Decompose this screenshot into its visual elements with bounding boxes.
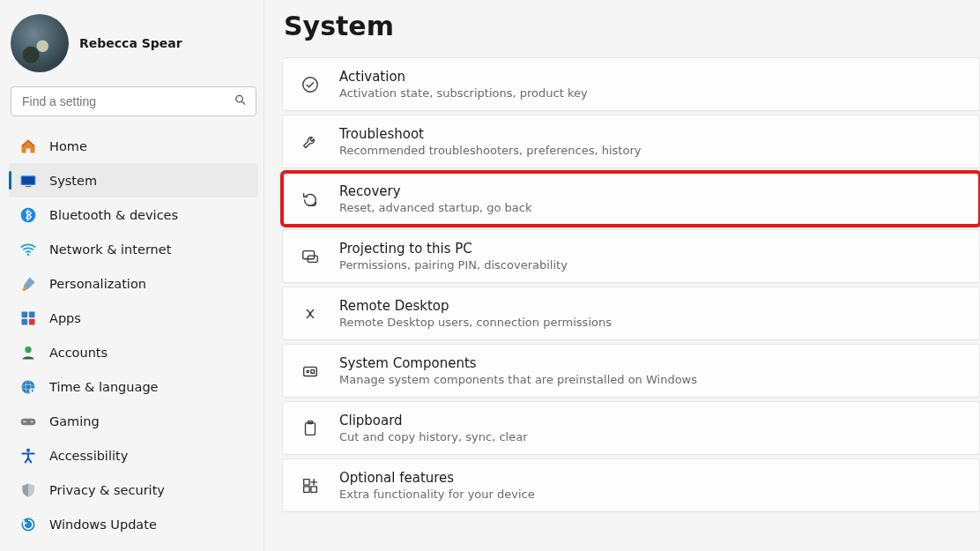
sidebar-item-label: Home [49, 139, 87, 153]
wifi-icon [19, 241, 37, 258]
setting-title: Clipboard [339, 413, 527, 428]
search-icon [234, 93, 247, 110]
setting-recovery[interactable]: Recovery Reset, advanced startup, go bac… [282, 172, 980, 226]
svg-line-1 [242, 101, 245, 104]
setting-system-components[interactable]: System Components Manage system componen… [282, 344, 980, 398]
setting-title: Remote Desktop [339, 298, 612, 314]
sidebar-item-accessibility[interactable]: Accessibility [9, 439, 258, 473]
svg-rect-4 [26, 185, 32, 186]
sidebar-item-label: Gaming [49, 414, 100, 428]
project-icon [299, 245, 322, 268]
setting-projecting-to-this-pc[interactable]: Projecting to this PC Permissions, pairi… [282, 229, 980, 283]
search-input[interactable] [11, 94, 256, 108]
svg-rect-29 [306, 422, 316, 435]
home-icon [19, 138, 37, 155]
sidebar-item-label: Windows Update [49, 517, 157, 532]
sidebar-item-label: System [49, 174, 97, 188]
setting-clipboard[interactable]: Clipboard Cut and copy history, sync, cl… [282, 401, 980, 455]
sidebar-item-label: Personalization [49, 277, 146, 291]
sidebar-item-label: Accounts [49, 346, 108, 360]
setting-subtitle: Recommended troubleshooters, preferences… [339, 144, 641, 157]
features-icon [299, 474, 322, 497]
sidebar: Rebecca Spear Home System Bluetooth & de… [0, 0, 264, 551]
search-box[interactable] [11, 86, 256, 116]
sidebar-item-system[interactable]: System [9, 163, 258, 197]
bluetooth-icon [19, 206, 37, 224]
svg-point-27 [307, 370, 308, 372]
sidebar-item-time-language[interactable]: Time & language [9, 370, 258, 405]
svg-point-23 [303, 77, 318, 92]
sidebar-item-home[interactable]: Home [9, 129, 258, 163]
sidebar-item-label: Accessibility [49, 449, 128, 463]
setting-activation[interactable]: Activation Activation state, subscriptio… [282, 57, 980, 111]
user-block[interactable]: Rebecca Spear [9, 9, 258, 86]
svg-rect-28 [311, 369, 315, 373]
svg-point-18 [30, 421, 32, 423]
remote-icon [299, 302, 322, 325]
svg-rect-24 [303, 250, 315, 258]
sidebar-item-windows-update[interactable]: Windows Update [9, 508, 258, 542]
svg-point-11 [25, 346, 31, 353]
setting-subtitle: Cut and copy history, sync, clear [339, 430, 527, 443]
sidebar-item-bluetooth-devices[interactable]: Bluetooth & devices [9, 197, 258, 232]
components-icon [299, 360, 322, 383]
sidebar-item-label: Time & language [49, 380, 159, 394]
sidebar-item-label: Apps [49, 311, 81, 325]
svg-rect-32 [304, 486, 309, 491]
setting-optional-features[interactable]: Optional features Extra functionality fo… [282, 458, 980, 512]
svg-point-19 [23, 421, 25, 423]
settings-list: Activation Activation state, subscriptio… [282, 57, 980, 512]
person-icon [19, 344, 37, 361]
sidebar-item-network-internet[interactable]: Network & internet [9, 232, 258, 266]
setting-title: Recovery [339, 183, 532, 199]
gamepad-icon [19, 413, 37, 430]
setting-title: System Components [339, 355, 697, 371]
sidebar-item-personalization[interactable]: Personalization [9, 266, 258, 301]
setting-subtitle: Activation state, subscriptions, product… [339, 86, 588, 100]
brush-icon [19, 275, 37, 293]
apps-icon [19, 309, 37, 327]
svg-point-20 [32, 421, 33, 423]
setting-subtitle: Reset, advanced startup, go back [339, 201, 532, 214]
svg-point-0 [236, 95, 243, 102]
setting-title: Activation [339, 69, 588, 85]
svg-point-17 [25, 421, 26, 423]
svg-rect-31 [304, 479, 309, 484]
sidebar-item-apps[interactable]: Apps [9, 301, 258, 335]
sidebar-item-label: Privacy & security [49, 483, 165, 497]
svg-point-6 [27, 253, 30, 256]
globe-icon [19, 378, 37, 396]
svg-rect-10 [29, 319, 35, 325]
setting-title: Projecting to this PC [339, 241, 568, 257]
setting-subtitle: Remote Desktop users, connection permiss… [339, 316, 612, 329]
update-icon [19, 516, 37, 533]
setting-title: Optional features [339, 470, 535, 486]
setting-troubleshoot[interactable]: Troubleshoot Recommended troubleshooters… [282, 115, 980, 168]
svg-rect-8 [29, 311, 35, 317]
svg-point-21 [26, 449, 30, 452]
sidebar-item-label: Network & internet [49, 242, 171, 257]
svg-rect-3 [22, 176, 34, 183]
sidebar-item-gaming[interactable]: Gaming [9, 405, 258, 439]
svg-rect-33 [311, 486, 316, 491]
clipboard-icon [299, 417, 322, 440]
setting-subtitle: Manage system components that are preins… [339, 373, 697, 386]
setting-subtitle: Extra functionality for your device [339, 488, 535, 501]
svg-rect-7 [22, 311, 28, 317]
avatar [11, 14, 69, 72]
check-icon [299, 73, 322, 96]
sidebar-nav: Home System Bluetooth & devices Network … [9, 129, 258, 542]
sidebar-item-label: Bluetooth & devices [49, 208, 178, 222]
setting-title: Troubleshoot [339, 126, 641, 142]
main: System Activation Activation state, subs… [264, 0, 980, 551]
setting-subtitle: Permissions, pairing PIN, discoverabilit… [339, 258, 568, 272]
svg-rect-9 [22, 319, 28, 325]
page-title: System [284, 11, 980, 41]
user-name: Rebecca Spear [79, 36, 182, 50]
sidebar-item-privacy-security[interactable]: Privacy & security [9, 473, 258, 508]
setting-remote-desktop[interactable]: Remote Desktop Remote Desktop users, con… [282, 287, 980, 340]
system-icon [19, 172, 37, 190]
sidebar-item-accounts[interactable]: Accounts [9, 335, 258, 369]
recovery-icon [299, 188, 322, 211]
shield-icon [19, 481, 37, 499]
